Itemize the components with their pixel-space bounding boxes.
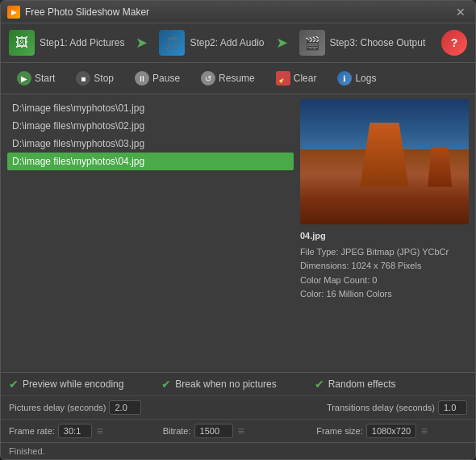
toolbar: ▶ Start ■ Stop ⏸ Pause ↺ Resume 🧹 Clear … [1, 63, 475, 94]
step-pictures[interactable]: 🖼 Step1: Add Pictures [9, 30, 124, 56]
preview-panel: 04.jpg File Type: JPEG Bitmap (JPG) YCbC… [300, 99, 469, 367]
preview-image [300, 99, 469, 224]
bitrate-lines-icon: ≡ [238, 424, 244, 437]
stop-label: Stop [94, 73, 114, 84]
pictures-delay-label: Pictures delay (seconds) [9, 403, 106, 412]
main-area: D:\image files\myphotos\01.jpg D:\image … [1, 94, 475, 372]
stop-button[interactable]: ■ Stop [68, 68, 122, 89]
bitrate-group: Bitrate: ≡ [163, 424, 314, 438]
step-audio-icon: 🎵 [159, 30, 185, 56]
bitrate-label: Bitrate: [163, 426, 191, 436]
start-button[interactable]: ▶ Start [9, 68, 63, 89]
preview-filename: 04.jpg [300, 229, 469, 244]
title-bar: ▶ Free Photo Slideshow Maker ✕ [1, 1, 475, 23]
step-output[interactable]: 🎬 Step3: Choose Output [299, 30, 426, 56]
preview-encoding-check-icon: ✔ [9, 378, 19, 391]
steps-bar: 🖼 Step1: Add Pictures ➤ 🎵 Step2: Add Aud… [1, 23, 475, 63]
preview-encoding-label: Preview while encoding [23, 378, 123, 390]
pictures-delay-input[interactable] [109, 400, 141, 415]
dimensions-label: Dimensions: [300, 261, 349, 270]
title-bar-left: ▶ Free Photo Slideshow Maker [7, 6, 149, 19]
filetype-value: JPEG Bitmap (JPG) YCbCr [341, 247, 449, 257]
logs-button[interactable]: ℹ Logs [329, 68, 384, 89]
dimensions-value: 1024 x 768 Pixels [352, 261, 422, 270]
list-item[interactable]: D:\image files\myphotos\02.jpg [7, 117, 294, 135]
step-arrow-2: ➤ [276, 34, 288, 52]
clear-button[interactable]: 🧹 Clear [268, 68, 325, 89]
window-title: Free Photo Slideshow Maker [25, 6, 149, 18]
step-pictures-label: Step1: Add Pictures [40, 37, 124, 48]
step-output-icon: 🎬 [299, 30, 325, 56]
step-audio[interactable]: 🎵 Step2: Add Audio [159, 30, 264, 56]
status-bar: Finished. [1, 442, 475, 459]
step-pictures-icon: 🖼 [9, 30, 35, 56]
resume-button[interactable]: ↺ Resume [193, 68, 263, 89]
pause-label: Pause [152, 73, 180, 84]
bitrate-input[interactable] [194, 424, 233, 438]
file-list: D:\image files\myphotos\01.jpg D:\image … [7, 99, 294, 367]
step-output-label: Step3: Choose Output [330, 37, 426, 48]
pictures-delay-group: Pictures delay (seconds) [9, 400, 191, 415]
step-audio-label: Step2: Add Audio [190, 37, 264, 48]
break-no-pictures-label: Break when no pictures [175, 378, 276, 390]
pause-button[interactable]: ⏸ Pause [127, 68, 188, 89]
settings-row-1: Pictures delay (seconds) Transitions del… [1, 395, 475, 419]
list-item[interactable]: D:\image files\myphotos\03.jpg [7, 135, 294, 153]
colormap-label: Color Map Count: [300, 275, 370, 285]
image-content [300, 99, 469, 224]
resume-label: Resume [219, 73, 255, 84]
color-value: 16 Million Colors [326, 289, 391, 299]
frame-size-group: Frame size: ≡ [316, 424, 467, 438]
preview-colormap: Color Map Count: 0 [300, 274, 469, 288]
frame-rate-label: Frame rate: [9, 426, 55, 436]
transitions-delay-group: Transitions delay (seconds) [194, 400, 467, 415]
preview-dimensions: Dimensions: 1024 x 768 Pixels [300, 259, 469, 274]
random-effects-option[interactable]: ✔ Random effects [315, 378, 467, 391]
step-arrow-1: ➤ [136, 34, 148, 52]
status-text: Finished. [9, 446, 45, 456]
clear-label: Clear [294, 73, 317, 84]
app-icon: ▶ [7, 6, 20, 19]
file-info: 04.jpg File Type: JPEG Bitmap (JPG) YCbC… [300, 229, 469, 302]
clear-icon: 🧹 [276, 71, 290, 86]
preview-filetype: File Type: JPEG Bitmap (JPG) YCbCr [300, 245, 469, 260]
colormap-value: 0 [372, 275, 377, 285]
random-effects-check-icon: ✔ [315, 378, 324, 391]
frame-rate-lines-icon: ≡ [97, 424, 103, 437]
preview-encoding-option[interactable]: ✔ Preview while encoding [9, 378, 161, 391]
list-item[interactable]: D:\image files\myphotos\01.jpg [7, 99, 294, 117]
frame-rate-group: Frame rate: ≡ [9, 424, 160, 438]
help-icon[interactable]: ? [441, 30, 467, 56]
close-button[interactable]: ✕ [453, 6, 469, 19]
start-icon: ▶ [17, 71, 31, 86]
frame-rate-input[interactable] [58, 424, 92, 438]
logs-icon: ℹ [337, 71, 352, 86]
filetype-label: File Type: [300, 247, 339, 257]
list-item[interactable]: D:\image files\myphotos\04.jpg [7, 153, 294, 170]
settings-row-2: Frame rate: ≡ Bitrate: ≡ Frame size: ≡ [1, 419, 475, 442]
stop-icon: ■ [76, 71, 90, 86]
main-window: ▶ Free Photo Slideshow Maker ✕ 🖼 Step1: … [0, 0, 476, 460]
frame-size-input[interactable] [366, 424, 416, 438]
mesa2-shape [428, 147, 452, 187]
pause-icon: ⏸ [135, 71, 149, 86]
preview-color: Color: 16 Million Colors [300, 287, 469, 302]
break-no-pictures-check-icon: ✔ [161, 378, 171, 391]
frame-size-label: Frame size: [316, 426, 362, 436]
options-bar: ✔ Preview while encoding ✔ Break when no… [1, 372, 475, 395]
random-effects-label: Random effects [328, 378, 396, 390]
color-label: Color: [300, 289, 324, 299]
transitions-delay-label: Transitions delay (seconds) [327, 403, 435, 412]
frame-size-lines-icon: ≡ [421, 424, 428, 437]
transitions-delay-input[interactable] [438, 400, 467, 415]
resume-icon: ↺ [201, 71, 215, 86]
logs-label: Logs [355, 73, 376, 84]
start-label: Start [35, 73, 55, 84]
break-no-pictures-option[interactable]: ✔ Break when no pictures [161, 378, 314, 391]
